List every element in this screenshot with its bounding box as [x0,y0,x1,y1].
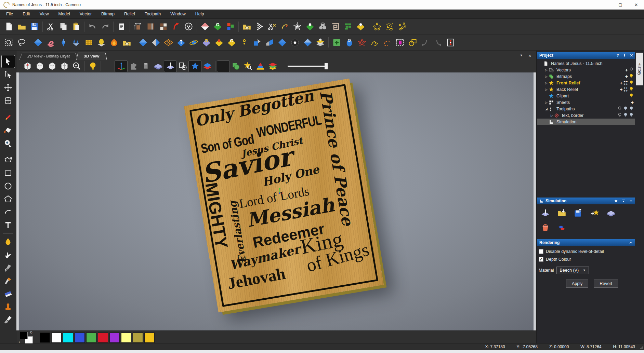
dome-ring-yellow-icon[interactable] [225,36,238,49]
arrow-chevron-icon[interactable] [253,20,266,33]
visibility-off-icon[interactable] [617,106,622,112]
resize-grip[interactable] [640,346,643,349]
palette-swatch-1[interactable] [51,332,62,343]
pencil-tool-icon[interactable] [2,111,15,123]
menu-view[interactable]: View [40,12,49,16]
tree-item-clipart[interactable]: Clipart [537,93,635,99]
slider-handle[interactable] [325,63,328,69]
relief-library-icon[interactable] [120,36,133,49]
notes-icon[interactable] [115,20,128,33]
visibility-on-icon[interactable] [629,73,634,79]
dash-shape-icon[interactable] [381,36,394,49]
vector-library-icon[interactable] [240,20,253,33]
visibility-on-icon[interactable] [629,93,634,99]
save-file-icon[interactable] [28,20,41,33]
add-icon[interactable]: + [620,81,622,85]
swap-colors-icon[interactable]: ⟲ [29,330,32,334]
sim-home-icon[interactable] [614,199,618,203]
origin-axes-icon[interactable] [115,61,127,72]
material-dropdown[interactable]: Beech (V) ▼ [556,267,589,274]
two-dots-icon[interactable] [238,36,251,49]
simulate-block-icon[interactable] [539,207,551,218]
view-cube-top-icon[interactable] [58,61,70,72]
relief-spikes-icon[interactable] [70,36,82,49]
vertical-scrollbar-left[interactable] [16,72,19,330]
load-simulation-icon[interactable] [556,207,567,218]
palette-swatch-9[interactable] [144,332,155,343]
mirror-relief-icon[interactable] [149,36,162,49]
tree-item-sheets[interactable]: ▷Sheets+ [537,99,635,106]
add-relief-icon[interactable] [330,36,343,49]
visibility-on-icon[interactable] [629,80,634,86]
move-marquee-icon[interactable] [444,36,457,49]
scatter-wave-icon[interactable] [383,20,396,33]
vertical-scrollbar-right[interactable] [534,72,536,330]
add-icon[interactable]: + [625,74,628,79]
zoom-view-icon[interactable] [70,61,83,72]
add-multi-icon[interactable]: ++++ [623,87,628,92]
block-colors-icon[interactable] [157,20,170,33]
relief-spike-icon[interactable] [57,36,70,49]
menu-window[interactable]: Window [170,12,185,16]
lasso-select-icon[interactable] [15,36,28,49]
scatter-ring-icon[interactable] [371,20,383,33]
project-help-icon[interactable]: ? [617,53,619,57]
fold-relief-icon[interactable] [263,36,276,49]
palette-swatch-0[interactable] [40,332,50,343]
measure-tool-icon[interactable] [2,137,15,149]
knife-tool-icon[interactable] [2,261,15,274]
minimize-button[interactable]: — [597,0,613,9]
puzzle-piece-icon[interactable] [127,61,140,72]
ball-star-icon[interactable] [289,36,301,49]
texture-fire-icon[interactable] [108,36,120,49]
gray-curve-right-icon[interactable] [432,36,444,49]
magenta-marquee-icon[interactable] [394,36,406,49]
visibility-dim-icon[interactable] [629,112,634,118]
revert-button[interactable]: Revert [594,280,618,288]
menu-vector[interactable]: Vector [80,12,92,16]
tree-expander-icon[interactable]: ▷ [544,75,549,78]
tree-item-vectors[interactable]: ▷Vectors+ [537,67,635,73]
transform-tool-icon[interactable] [2,81,15,94]
node-edit-tool-icon[interactable] [2,68,15,81]
open-file-icon[interactable] [15,20,28,33]
project-pin-icon[interactable] [622,53,627,57]
green-diamond-ball-icon[interactable] [304,20,316,33]
reset-block-icon[interactable] [605,207,617,218]
palette-swatch-3[interactable] [75,332,85,343]
dome-ring-lavender-icon[interactable] [200,36,213,49]
tree-item-bitmaps[interactable]: ▷Bitmaps+ [537,73,635,80]
green-shapes-icon[interactable] [229,61,242,72]
stacked-blocks-icon[interactable] [556,222,567,233]
view-cube-side-icon[interactable] [46,61,58,72]
circle-rect-overlap-icon[interactable] [406,36,419,49]
eraser-tool-icon[interactable] [2,287,15,300]
tree-expander-icon[interactable]: ▷ [544,101,549,104]
visibility-off-icon[interactable] [629,67,634,73]
fillet-curve-icon[interactable] [278,20,291,33]
trim-vectors-icon[interactable] [266,20,278,33]
palette-swatch-8[interactable] [133,332,143,343]
sim-collapse-icon[interactable] [621,199,626,203]
simulate-star-arrow-icon[interactable] [589,207,600,218]
palette-swatch-5[interactable] [98,332,108,343]
layers-rgb-icon[interactable] [266,61,279,72]
paint-relief-icon[interactable] [251,36,263,49]
star-view-icon[interactable] [189,61,201,72]
tab-2d-view[interactable]: 2D View - Bitmap Layer [19,53,78,60]
project-close-icon[interactable]: ✕ [630,53,633,58]
tree-expander-icon[interactable]: ▷ [544,81,549,85]
apply-button[interactable]: Apply [566,280,588,288]
toolbar-close-icon[interactable]: ✕ [528,54,531,58]
redo-icon[interactable] [99,20,111,33]
brush-tool-icon[interactable] [2,313,15,326]
flower-vector-icon[interactable] [291,20,304,33]
relief-plain-icon[interactable] [276,36,289,49]
reset-colors-icon[interactable]: ↕ [18,340,20,343]
tree-expander-icon[interactable]: ◢ [544,107,549,111]
view-cube-front-icon[interactable] [34,61,46,72]
tree-expander-icon[interactable]: ▷ [544,88,549,91]
copy-icon[interactable] [57,20,70,33]
new-file-icon[interactable] [3,20,15,33]
tree-expander-icon[interactable]: ▷ [544,68,549,72]
